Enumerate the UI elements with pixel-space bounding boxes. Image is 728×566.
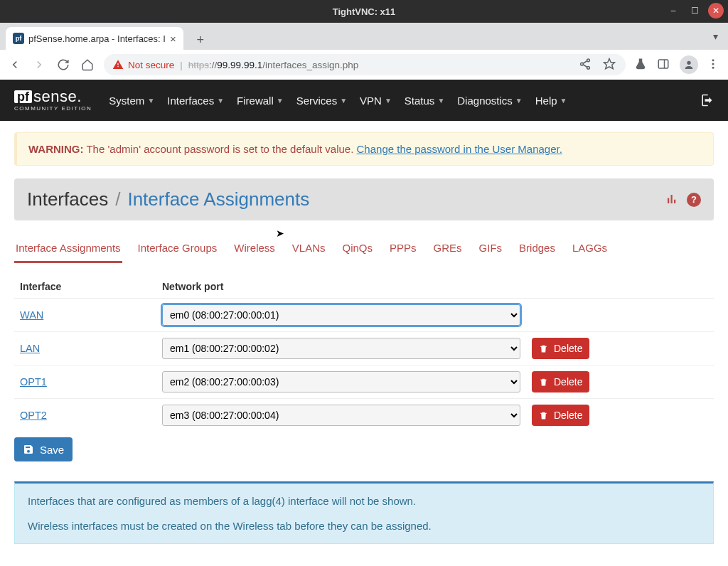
delete-button-opt2[interactable]: Delete	[532, 405, 589, 426]
pfsense-logo[interactable]: pfsense. COMMUNITY EDITION	[14, 89, 92, 112]
info-line-1: Interfaces that are configured as member…	[28, 495, 700, 507]
interfaces-table: Interface Network port WANem0 (08:00:27:…	[14, 275, 714, 432]
svg-rect-12	[668, 198, 669, 203]
breadcrumb: Interfaces / Interface Assignments	[27, 188, 309, 210]
browser-menu-icon[interactable]	[707, 58, 721, 72]
svg-rect-14	[674, 199, 675, 203]
tab-qinqs[interactable]: QinQs	[341, 237, 375, 263]
not-secure-text: Not secure	[128, 60, 174, 70]
col-header-interface: Interface	[14, 275, 156, 299]
nav-services[interactable]: Services ▼	[296, 95, 347, 107]
tab-vlans[interactable]: VLANs	[291, 237, 327, 263]
logout-icon[interactable]	[700, 93, 714, 107]
new-tab-button[interactable]: +	[191, 30, 210, 50]
svg-point-11	[712, 67, 714, 69]
svg-point-10	[712, 63, 714, 65]
help-icon[interactable]: ?	[687, 193, 701, 207]
caret-down-icon: ▼	[277, 97, 284, 105]
page-header: Interfaces / Interface Assignments ?	[14, 178, 714, 220]
tab-interface-groups[interactable]: Interface Groups	[136, 237, 219, 263]
navbar-menu: System ▼Interfaces ▼Firewall ▼Services ▼…	[109, 95, 567, 107]
interface-link-opt1[interactable]: OPT1	[20, 376, 47, 388]
port-select-lan[interactable]: em1 (08:00:27:00:00:02)	[162, 338, 520, 359]
interface-link-opt2[interactable]: OPT2	[20, 410, 47, 421]
port-select-wan[interactable]: em0 (08:00:27:00:00:01)	[162, 304, 520, 326]
trash-icon	[539, 344, 548, 353]
tab-laggs[interactable]: LAGGs	[571, 237, 609, 263]
tab-bridges[interactable]: Bridges	[518, 237, 557, 263]
delete-button-opt1[interactable]: Delete	[532, 371, 589, 393]
forward-button	[31, 57, 47, 73]
profile-avatar[interactable]	[680, 55, 698, 74]
window-minimize-button[interactable]: –	[665, 3, 681, 18]
trash-icon	[539, 411, 548, 420]
caret-down-icon: ▼	[515, 97, 523, 105]
tab-close-icon[interactable]: ×	[170, 33, 176, 45]
warning-alert: WARNING: The 'admin' account password is…	[14, 132, 714, 166]
tab-gifs[interactable]: GIFs	[478, 237, 504, 263]
table-row: OPT2em3 (08:00:27:00:00:04)Delete	[14, 399, 714, 432]
bookmark-icon[interactable]	[603, 58, 617, 72]
address-bar[interactable]: Not secure | https://99.99.99.1/interfac…	[104, 54, 626, 75]
share-icon[interactable]	[579, 58, 593, 72]
tab-gres[interactable]: GREs	[432, 237, 464, 263]
tab-ppps[interactable]: PPPs	[388, 237, 418, 263]
reload-button[interactable]	[55, 57, 71, 73]
col-header-port: Network port	[156, 275, 526, 299]
delete-label: Delete	[554, 343, 582, 354]
sub-tabs: Interface AssignmentsInterface GroupsWir…	[14, 237, 714, 264]
delete-label: Delete	[554, 410, 582, 421]
tab-overflow-icon[interactable]: ▾	[713, 31, 718, 42]
save-button[interactable]: Save	[14, 437, 73, 461]
extension-flask-icon[interactable]	[634, 58, 648, 72]
trash-icon	[539, 378, 548, 387]
nav-help[interactable]: Help ▼	[535, 95, 567, 107]
nav-interfaces[interactable]: Interfaces ▼	[167, 95, 224, 107]
table-row: OPT1em2 (08:00:27:00:00:03)Delete	[14, 365, 714, 399]
nav-diagnostics[interactable]: Diagnostics ▼	[457, 95, 522, 107]
browser-tab[interactable]: pf pfSense.home.arpa - Interfaces: I ×	[6, 27, 183, 50]
warning-link[interactable]: Change the password in the User Manager.	[357, 143, 562, 155]
nav-vpn[interactable]: VPN ▼	[360, 95, 392, 107]
os-titlebar: TightVNC: x11 – ☐ ✕	[0, 0, 728, 23]
tab-favicon-icon: pf	[13, 33, 24, 44]
caret-down-icon: ▼	[385, 97, 392, 105]
delete-button-lan[interactable]: Delete	[532, 338, 589, 359]
table-row: WANem0 (08:00:27:00:00:01)	[14, 299, 714, 332]
save-button-label: Save	[40, 444, 64, 456]
interface-link-lan[interactable]: LAN	[20, 343, 40, 354]
browser-tab-strip: pf pfSense.home.arpa - Interfaces: I × +…	[0, 23, 728, 50]
svg-point-9	[712, 59, 714, 61]
nav-status[interactable]: Status ▼	[405, 95, 444, 107]
port-select-opt1[interactable]: em2 (08:00:27:00:00:03)	[162, 371, 520, 393]
breadcrumb-root: Interfaces	[27, 188, 108, 210]
browser-chrome: pf pfSense.home.arpa - Interfaces: I × +…	[0, 23, 728, 80]
side-panel-icon[interactable]	[657, 58, 671, 72]
warning-text: The 'admin' account password is set to t…	[86, 143, 353, 155]
tab-wireless[interactable]: Wireless	[232, 237, 277, 263]
interface-link-wan[interactable]: WAN	[20, 309, 43, 321]
not-secure-warning: Not secure	[112, 59, 174, 70]
caret-down-icon: ▼	[340, 97, 347, 105]
address-url: https://99.99.99.1/interfaces_assign.php	[188, 60, 358, 70]
browser-toolbar: Not secure | https://99.99.99.1/interfac…	[0, 50, 728, 80]
breadcrumb-sep: /	[115, 188, 120, 210]
svg-point-8	[687, 61, 690, 65]
nav-firewall[interactable]: Firewall ▼	[237, 95, 284, 107]
window-maximize-button[interactable]: ☐	[687, 3, 702, 18]
browser-tab-title: pfSense.home.arpa - Interfaces: I	[28, 33, 166, 44]
pfsense-navbar: pfsense. COMMUNITY EDITION System ▼Inter…	[0, 80, 728, 121]
nav-system[interactable]: System ▼	[109, 95, 154, 107]
svg-line-4	[583, 65, 587, 68]
home-button[interactable]	[80, 57, 95, 73]
svg-rect-13	[671, 195, 673, 203]
tab-interface-assignments[interactable]: Interface Assignments	[14, 237, 122, 263]
main-content: ➤ WARNING: The 'admin' account password …	[0, 121, 728, 555]
caret-down-icon: ▼	[437, 97, 444, 105]
caret-down-icon: ▼	[560, 97, 567, 105]
delete-label: Delete	[554, 376, 582, 388]
window-close-button[interactable]: ✕	[708, 3, 724, 18]
port-select-opt2[interactable]: em3 (08:00:27:00:00:04)	[162, 405, 520, 426]
back-button[interactable]	[7, 57, 23, 73]
stats-icon[interactable]	[665, 193, 678, 207]
